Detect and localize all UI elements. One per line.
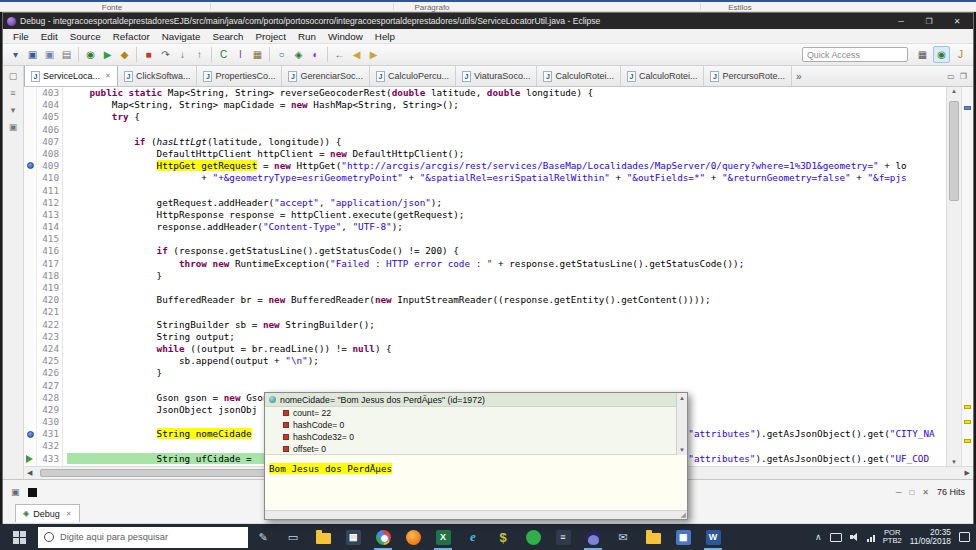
- popup-header-row[interactable]: nomeCidade= "Bom Jesus dos PerdÃµes" (id…: [265, 393, 687, 407]
- close-view-icon[interactable]: ✕: [922, 488, 929, 497]
- taskbar-folder2-icon[interactable]: [638, 524, 668, 550]
- save-icon[interactable]: ▣: [24, 46, 41, 63]
- maximize-button[interactable]: ❐: [917, 17, 941, 26]
- menu-file[interactable]: File: [7, 31, 35, 42]
- code-line[interactable]: throw new RuntimeException("Failed : HTT…: [67, 258, 946, 270]
- menu-source[interactable]: Source: [64, 31, 107, 42]
- taskbar-taskview-icon[interactable]: ▭: [278, 524, 308, 550]
- code-line[interactable]: HttpResponse response = httpClient.execu…: [67, 209, 946, 221]
- debug-icon[interactable]: ◉: [82, 46, 99, 63]
- minimize-view-icon[interactable]: ─: [896, 488, 902, 497]
- profile-icon[interactable]: ◆: [116, 46, 133, 63]
- minimize-editor-icon[interactable]: ▭: [947, 72, 955, 81]
- overview-ruler[interactable]: [961, 87, 973, 466]
- overview-mark[interactable]: [964, 405, 971, 409]
- taskbar-firefox-icon[interactable]: [398, 524, 428, 550]
- code-line[interactable]: [67, 306, 946, 318]
- action-center-icon[interactable]: [959, 532, 970, 542]
- maximize-editor-icon[interactable]: ❐: [960, 72, 967, 81]
- code-line[interactable]: Map<String, String> mapCidade = new Hash…: [67, 99, 946, 111]
- code-line[interactable]: DefaultHttpClient httpClient = new Defau…: [67, 148, 946, 160]
- minimize-button[interactable]: ─: [889, 17, 913, 26]
- maximize-view-icon[interactable]: □: [909, 488, 914, 497]
- menu-refactor[interactable]: Refactor: [107, 31, 156, 42]
- quick-access-box[interactable]: Quick Access: [802, 47, 908, 62]
- taskbar-finance-icon[interactable]: $: [488, 524, 518, 550]
- debug-tab-close-icon[interactable]: ✕: [66, 510, 72, 518]
- close-button[interactable]: ✕: [945, 17, 969, 26]
- editor-tab-0[interactable]: JServiceLoca...✕: [24, 66, 118, 86]
- debug-perspective-icon[interactable]: ◉: [933, 46, 950, 63]
- popup-field-row[interactable]: hashCode= 0: [265, 419, 687, 431]
- taskbar-word-icon[interactable]: W: [698, 524, 728, 550]
- menu-search[interactable]: Search: [206, 31, 249, 42]
- menu-help[interactable]: Help: [369, 31, 401, 42]
- clock[interactable]: 20:35 11/09/2018: [910, 528, 951, 547]
- display-icon[interactable]: [830, 533, 842, 542]
- editor-tab-6[interactable]: JCalculoRotei...: [537, 66, 621, 86]
- step-return-icon[interactable]: ↑: [191, 46, 208, 63]
- code-line[interactable]: }: [67, 270, 946, 282]
- code-line[interactable]: String output;: [67, 331, 946, 343]
- network-icon[interactable]: [867, 533, 875, 542]
- code-line[interactable]: HttpGet getRequest = new HttpGet("http:/…: [67, 160, 946, 172]
- popup-field-row[interactable]: offset= 0: [265, 443, 687, 455]
- external-tools-icon[interactable]: ◈: [290, 46, 307, 63]
- taskbar-pen-icon[interactable]: ✎: [248, 524, 278, 550]
- code-line[interactable]: response.addHeader("Content-Type", "UTF-…: [67, 221, 946, 233]
- popup-resize-bar[interactable]: [265, 510, 687, 519]
- tab-close-icon[interactable]: ✕: [105, 72, 111, 80]
- code-line[interactable]: + "+&geometryType=esriGeometryPoint" + "…: [67, 172, 946, 184]
- taskbar-explorer-icon[interactable]: [308, 524, 338, 550]
- start-button[interactable]: [0, 524, 38, 550]
- popup-field-row[interactable]: hashCode32= 0: [265, 431, 687, 443]
- save-all-icon[interactable]: ▣: [41, 46, 58, 63]
- taskbar-blue-app-icon[interactable]: ▦: [668, 524, 698, 550]
- new-package-icon[interactable]: ▦: [249, 46, 266, 63]
- search-icon[interactable]: ○: [273, 46, 290, 63]
- editor-tab-5[interactable]: JViaturaSoco...: [456, 66, 537, 86]
- expand-strip-icon[interactable]: ▾: [11, 105, 16, 115]
- taskbar-eclipse-icon[interactable]: [578, 524, 608, 550]
- restore-view-icon[interactable]: ▣: [11, 487, 20, 497]
- new-wizard-icon[interactable]: ▾: [7, 46, 24, 63]
- outline-view-icon[interactable]: ≡: [10, 88, 15, 98]
- code-line[interactable]: [67, 380, 946, 392]
- code-line[interactable]: sb.append(output + "\n");: [67, 355, 946, 367]
- coverage-icon[interactable]: ◐: [307, 46, 324, 63]
- step-over-icon[interactable]: ↷: [157, 46, 174, 63]
- code-line[interactable]: if (response.getStatusLine().getStatusCo…: [67, 245, 946, 257]
- menu-window[interactable]: Window: [322, 31, 369, 42]
- menu-project[interactable]: Project: [249, 31, 292, 42]
- popup-field-row[interactable]: count= 22: [265, 407, 687, 419]
- print-icon[interactable]: ▤: [58, 46, 75, 63]
- volume-icon[interactable]: [850, 532, 859, 542]
- view-shortcut-icon[interactable]: ▣: [9, 122, 18, 132]
- menu-run[interactable]: Run: [292, 31, 322, 42]
- code-line[interactable]: [67, 282, 946, 294]
- vertical-scrollbar[interactable]: [946, 87, 961, 466]
- overview-mark[interactable]: [964, 439, 971, 443]
- new-class-icon[interactable]: C: [215, 46, 232, 63]
- annotation-ruler[interactable]: [24, 87, 37, 466]
- editor-tab-2[interactable]: JPropertiesCo...: [197, 66, 282, 86]
- code-line[interactable]: [67, 124, 946, 136]
- code-line[interactable]: StringBuilder sb = new StringBuilder();: [67, 319, 946, 331]
- back-icon[interactable]: ◀: [348, 46, 365, 63]
- code-line[interactable]: while ((output = br.readLine()) != null)…: [67, 343, 946, 355]
- overview-mark[interactable]: [964, 420, 971, 424]
- java-perspective-icon[interactable]: J: [952, 46, 969, 63]
- editor-tab-1[interactable]: JClickSoftwa...: [118, 66, 198, 86]
- code-line[interactable]: BufferedReader br = new BufferedReader(n…: [67, 294, 946, 306]
- code-line[interactable]: public static Map<String, String> revers…: [67, 87, 946, 99]
- code-line[interactable]: [67, 185, 946, 197]
- code-line[interactable]: if (hasLttLgt(latitude, longitude)) {: [67, 136, 946, 148]
- menu-edit[interactable]: Edit: [35, 31, 64, 42]
- step-into-icon[interactable]: ↓: [174, 46, 191, 63]
- overview-mark[interactable]: [964, 106, 971, 110]
- title-bar[interactable]: Debug - integracoesportaldeprestadoresEJ…: [3, 13, 973, 29]
- code-line[interactable]: [67, 233, 946, 245]
- taskbar-green-app-icon[interactable]: [518, 524, 548, 550]
- editor-tab-3[interactable]: JGerenciarSoc...: [282, 66, 370, 86]
- last-edit-icon[interactable]: ←: [331, 46, 348, 63]
